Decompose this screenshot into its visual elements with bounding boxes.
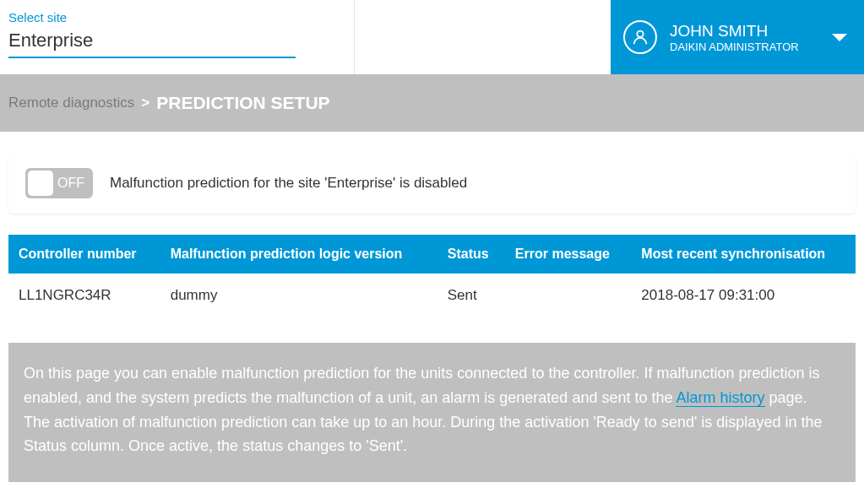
chevron-down-icon bbox=[832, 34, 847, 41]
svg-point-0 bbox=[637, 31, 643, 37]
toggle-description: Malfunction prediction for the site 'Ent… bbox=[110, 175, 467, 192]
breadcrumb-separator: > bbox=[141, 95, 149, 111]
info-text-2: The activation of malfunction prediction… bbox=[24, 414, 822, 455]
user-info: JOHN SMITH DAIKIN ADMINISTRATOR bbox=[670, 22, 823, 53]
cell-logic-version: dummy bbox=[160, 274, 437, 317]
header-spacer bbox=[355, 0, 611, 74]
breadcrumb-current: PREDICTION SETUP bbox=[156, 93, 329, 113]
th-controller-number: Controller number bbox=[8, 235, 160, 274]
site-select-label: Select site bbox=[8, 10, 345, 24]
cell-error-message bbox=[505, 274, 631, 317]
user-icon bbox=[623, 20, 657, 54]
site-select-value: Enterprise bbox=[8, 30, 296, 58]
toggle-state-label: OFF bbox=[57, 176, 84, 191]
alarm-history-link[interactable]: Alarm history bbox=[676, 389, 764, 407]
cell-status: Sent bbox=[437, 274, 505, 317]
user-role: DAIKIN ADMINISTRATOR bbox=[670, 41, 823, 53]
cell-recent-sync: 2018-08-17 09:31:00 bbox=[631, 274, 856, 317]
breadcrumb: Remote diagnostics > PREDICTION SETUP bbox=[0, 74, 864, 132]
table-row: LL1NGRC34R dummy Sent 2018-08-17 09:31:0… bbox=[8, 274, 856, 317]
cell-controller-number: LL1NGRC34R bbox=[8, 274, 160, 317]
user-menu[interactable]: JOHN SMITH DAIKIN ADMINISTRATOR bbox=[611, 0, 864, 74]
prediction-toggle-card: OFF Malfunction prediction for the site … bbox=[8, 153, 856, 214]
toggle-knob bbox=[28, 171, 53, 196]
th-recent-sync: Most recent synchronisation bbox=[631, 235, 856, 274]
th-status: Status bbox=[437, 235, 505, 274]
th-logic-version: Malfunction prediction logic version bbox=[160, 235, 437, 274]
main-content: OFF Malfunction prediction for the site … bbox=[0, 132, 864, 482]
prediction-toggle[interactable]: OFF bbox=[25, 168, 93, 198]
controllers-table: Controller number Malfunction prediction… bbox=[8, 235, 856, 317]
th-error-message: Error message bbox=[505, 235, 631, 274]
user-name: JOHN SMITH bbox=[670, 22, 823, 41]
info-box: On this page you can enable malfunction … bbox=[8, 343, 856, 482]
table-header-row: Controller number Malfunction prediction… bbox=[8, 235, 856, 274]
site-selector[interactable]: Select site Enterprise bbox=[0, 0, 355, 74]
breadcrumb-parent[interactable]: Remote diagnostics bbox=[8, 95, 134, 111]
info-text-1b: page. bbox=[765, 389, 807, 406]
header: Select site Enterprise JOHN SMITH DAIKIN… bbox=[0, 0, 864, 74]
